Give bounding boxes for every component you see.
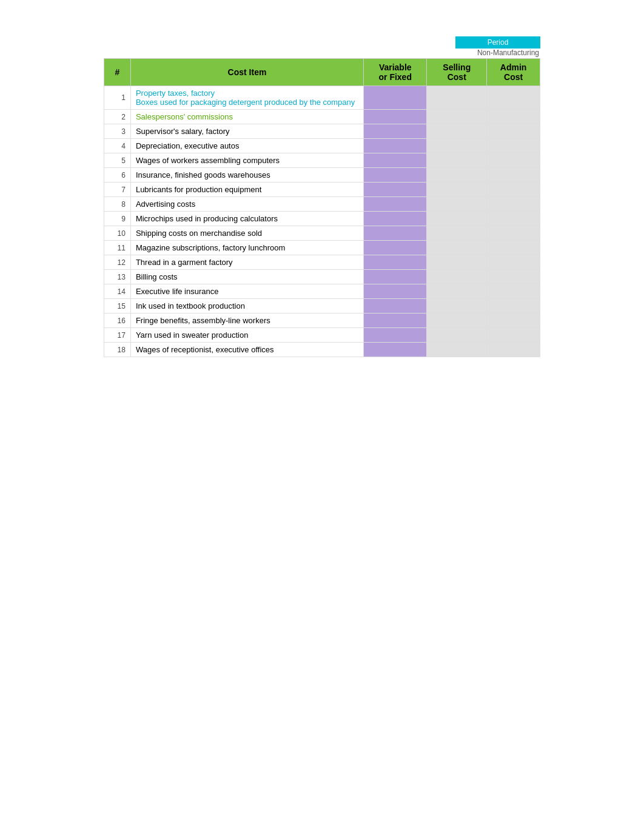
cell-admin-cost[interactable]: [487, 328, 540, 343]
row-number: 8: [104, 197, 131, 212]
cell-selling-cost[interactable]: [427, 343, 487, 357]
row-item-text: Ink used in textbook production: [130, 299, 363, 314]
cell-variable-fixed[interactable]: [364, 226, 427, 241]
cell-variable-fixed[interactable]: [364, 168, 427, 183]
row-item-text: Insurance, finished goods warehouses: [130, 168, 363, 183]
cell-admin-cost[interactable]: [487, 226, 540, 241]
cell-variable-fixed[interactable]: [364, 86, 427, 110]
cell-variable-fixed[interactable]: [364, 255, 427, 270]
row-item-text: Thread in a garment factory: [130, 255, 363, 270]
cell-variable-fixed[interactable]: [364, 343, 427, 357]
cell-variable-fixed[interactable]: [364, 110, 427, 124]
cell-admin-cost[interactable]: [487, 86, 540, 110]
table-row: 8Advertising costs: [104, 197, 540, 212]
table-row: 17Yarn used in sweater production: [104, 328, 540, 343]
cell-variable-fixed[interactable]: [364, 124, 427, 139]
cell-selling-cost[interactable]: [427, 328, 487, 343]
row-item-text: Microchips used in producing calculators: [130, 212, 363, 226]
cell-admin-cost[interactable]: [487, 153, 540, 168]
main-table-container: Period Non-Manufacturing # Cost Item Var…: [104, 36, 540, 357]
row-number: 17: [104, 328, 131, 343]
row-item-text: Magazine subscriptions, factory lunchroo…: [130, 241, 363, 255]
cell-variable-fixed[interactable]: [364, 241, 427, 255]
cell-selling-cost[interactable]: [427, 183, 487, 197]
table-row: 4Depreciation, executive autos: [104, 139, 540, 153]
cell-selling-cost[interactable]: [427, 124, 487, 139]
cell-variable-fixed[interactable]: [364, 183, 427, 197]
col-header-num: #: [104, 59, 131, 86]
row-number: 16: [104, 314, 131, 328]
cell-selling-cost[interactable]: [427, 212, 487, 226]
cell-selling-cost[interactable]: [427, 153, 487, 168]
row-item-text: Billing costs: [130, 270, 363, 284]
row-number: 7: [104, 183, 131, 197]
row-item-text: Yarn used in sweater production: [130, 328, 363, 343]
cell-selling-cost[interactable]: [427, 241, 487, 255]
table-row: 3Supervisor's salary, factory: [104, 124, 540, 139]
cell-admin-cost[interactable]: [487, 212, 540, 226]
row-number: 2: [104, 110, 131, 124]
table-row: 6Insurance, finished goods warehouses: [104, 168, 540, 183]
cell-selling-cost[interactable]: [427, 197, 487, 212]
cell-selling-cost[interactable]: [427, 255, 487, 270]
cost-table: # Cost Item Variableor Fixed SellingCost…: [104, 58, 540, 357]
cell-admin-cost[interactable]: [487, 197, 540, 212]
table-row: 15Ink used in textbook production: [104, 299, 540, 314]
cell-admin-cost[interactable]: [487, 343, 540, 357]
row-number: 4: [104, 139, 131, 153]
cell-admin-cost[interactable]: [487, 255, 540, 270]
table-row: 1Property taxes, factoryBoxes used for p…: [104, 86, 540, 110]
cell-admin-cost[interactable]: [487, 183, 540, 197]
row-number: 1: [104, 86, 131, 110]
row-item-text: Property taxes, factoryBoxes used for pa…: [130, 86, 363, 110]
cell-variable-fixed[interactable]: [364, 314, 427, 328]
table-row: 9Microchips used in producing calculator…: [104, 212, 540, 226]
row-number: 10: [104, 226, 131, 241]
cell-variable-fixed[interactable]: [364, 299, 427, 314]
cell-variable-fixed[interactable]: [364, 328, 427, 343]
cell-admin-cost[interactable]: [487, 139, 540, 153]
row-item-text: Supervisor's salary, factory: [130, 124, 363, 139]
table-row: 14Executive life insurance: [104, 284, 540, 299]
cell-selling-cost[interactable]: [427, 299, 487, 314]
cell-admin-cost[interactable]: [487, 241, 540, 255]
row-number: 18: [104, 343, 131, 357]
cell-admin-cost[interactable]: [487, 124, 540, 139]
cell-variable-fixed[interactable]: [364, 284, 427, 299]
cell-selling-cost[interactable]: [427, 270, 487, 284]
row-item-text: Depreciation, executive autos: [130, 139, 363, 153]
row-number: 5: [104, 153, 131, 168]
cell-selling-cost[interactable]: [427, 110, 487, 124]
cell-admin-cost[interactable]: [487, 270, 540, 284]
col-header-varfixed: Variableor Fixed: [364, 59, 427, 86]
row-number: 6: [104, 168, 131, 183]
cell-admin-cost[interactable]: [487, 110, 540, 124]
cell-selling-cost[interactable]: [427, 168, 487, 183]
cell-admin-cost[interactable]: [487, 299, 540, 314]
row-number: 14: [104, 284, 131, 299]
table-row: 18Wages of receptionist, executive offic…: [104, 343, 540, 357]
table-row: 7Lubricants for production equipment: [104, 183, 540, 197]
cell-selling-cost[interactable]: [427, 314, 487, 328]
row-number: 9: [104, 212, 131, 226]
cell-selling-cost[interactable]: [427, 139, 487, 153]
cell-admin-cost[interactable]: [487, 314, 540, 328]
cell-variable-fixed[interactable]: [364, 212, 427, 226]
cell-selling-cost[interactable]: [427, 284, 487, 299]
cell-variable-fixed[interactable]: [364, 153, 427, 168]
cell-variable-fixed[interactable]: [364, 197, 427, 212]
row-item-text: Wages of receptionist, executive offices: [130, 343, 363, 357]
row-item-text: Lubricants for production equipment: [130, 183, 363, 197]
cell-admin-cost[interactable]: [487, 168, 540, 183]
cell-admin-cost[interactable]: [487, 284, 540, 299]
cell-selling-cost[interactable]: [427, 86, 487, 110]
cell-variable-fixed[interactable]: [364, 270, 427, 284]
non-mfg-label: Non-Manufacturing: [104, 49, 540, 57]
table-row: 13Billing costs: [104, 270, 540, 284]
row-item-text: Wages of workers assembling computers: [130, 153, 363, 168]
cell-selling-cost[interactable]: [427, 226, 487, 241]
row-item-text: Salespersons' commissions: [130, 110, 363, 124]
table-body: 1Property taxes, factoryBoxes used for p…: [104, 86, 540, 357]
table-row: 2Salespersons' commissions: [104, 110, 540, 124]
cell-variable-fixed[interactable]: [364, 139, 427, 153]
